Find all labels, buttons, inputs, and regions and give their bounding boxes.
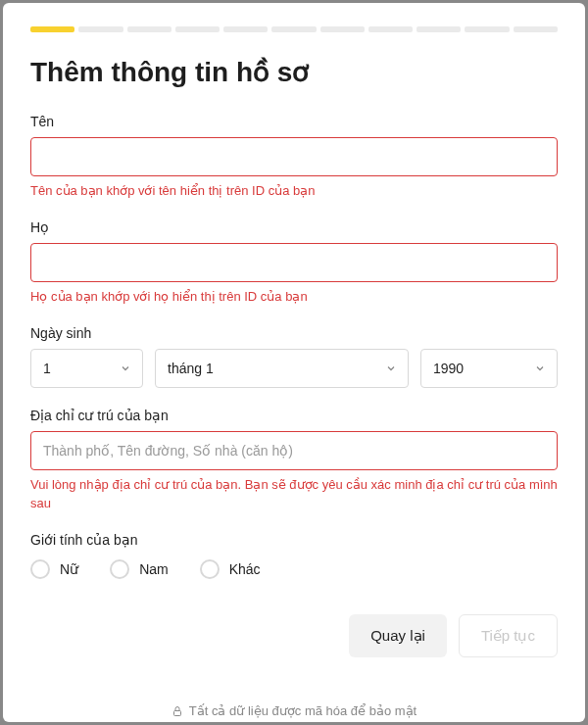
gender-option-label: Nữ [60,561,78,577]
progress-segment [465,26,509,32]
back-button[interactable]: Quay lại [349,614,447,657]
progress-segment [514,26,558,32]
gender-option-label: Khác [229,561,261,577]
dob-row: 1 tháng 1 1990 [30,349,558,388]
continue-button[interactable]: Tiếp tục [459,614,558,657]
first-name-input[interactable] [30,137,558,176]
first-name-label: Tên [30,114,558,129]
progress-segment [320,26,365,32]
progress-segment [271,26,316,32]
progress-segment [368,26,413,32]
address-input[interactable] [30,431,558,470]
radio-icon [30,559,50,579]
gender-option-other[interactable]: Khác [200,559,261,579]
last-name-input[interactable] [30,243,558,282]
page-title: Thêm thông tin hồ sơ [30,56,558,88]
dob-year-wrap: 1990 [420,349,558,388]
radio-icon [200,559,220,579]
dob-month-select[interactable]: tháng 1 [155,349,409,388]
svg-rect-0 [173,710,180,715]
gender-label: Giới tính của bạn [30,532,558,548]
last-name-group: Họ Họ của bạn khớp với họ hiển thị trên … [30,219,558,306]
gender-option-male[interactable]: Nam [110,559,169,579]
dob-month-wrap: tháng 1 [155,349,409,388]
button-row: Quay lại Tiếp tục [30,614,558,657]
address-label: Địa chỉ cư trú của bạn [30,408,558,423]
dob-year-select[interactable]: 1990 [420,349,558,388]
last-name-label: Họ [30,219,558,235]
footer-text: Tất cả dữ liệu được mã hóa để bảo mật [189,703,416,718]
dob-label: Ngày sinh [30,325,558,341]
address-error: Vui lòng nhập địa chỉ cư trú của bạn. Bạ… [30,476,558,511]
progress-segment [175,26,220,32]
first-name-group: Tên Tên của bạn khớp với tên hiển thị tr… [30,114,558,200]
dob-day-wrap: 1 [30,349,143,388]
dob-group: Ngày sinh 1 tháng 1 1990 [30,325,558,388]
progress-segment [223,26,268,32]
gender-option-label: Nam [139,561,169,577]
progress-segment [127,26,172,32]
gender-option-female[interactable]: Nữ [30,559,78,579]
first-name-error: Tên của bạn khớp với tên hiển thị trên I… [30,182,558,200]
progress-segment [416,26,461,32]
progress-segment [78,26,122,32]
profile-info-modal: Thêm thông tin hồ sơ Tên Tên của bạn khớ… [3,3,585,722]
address-group: Địa chỉ cư trú của bạn Vui lòng nhập địa… [30,408,558,511]
gender-group: Giới tính của bạn Nữ Nam Khác [30,532,558,579]
gender-row: Nữ Nam Khác [30,559,558,579]
footer-note: Tất cả dữ liệu được mã hóa để bảo mật [3,703,585,718]
dob-day-select[interactable]: 1 [30,349,143,388]
progress-bar [30,26,558,32]
radio-icon [110,559,129,579]
lock-icon [172,705,183,717]
last-name-error: Họ của bạn khớp với họ hiển thị trên ID … [30,288,558,306]
progress-segment [30,26,74,32]
